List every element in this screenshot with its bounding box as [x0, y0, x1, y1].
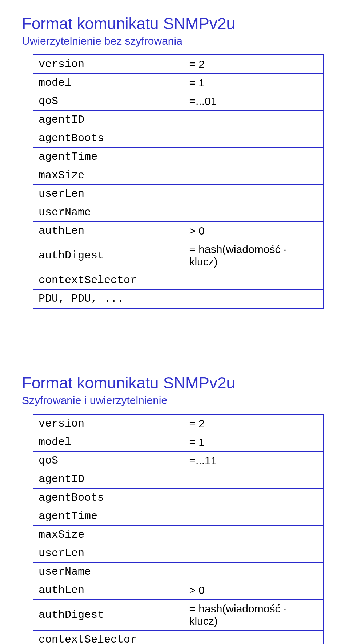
field-name: agentTime	[33, 507, 323, 526]
table-row: agentID	[33, 111, 323, 129]
field-name: agentBoots	[33, 489, 323, 507]
table-row: agentTime	[33, 148, 323, 166]
field-value: > 0	[184, 222, 323, 240]
field-name: qoS	[33, 92, 184, 111]
table-row: maxSize	[33, 526, 323, 544]
field-value: = 1	[184, 74, 323, 92]
slide-subtitle: Szyfrowanie i uwierzytelnienie	[22, 394, 327, 407]
field-name: PDU, PDU, ...	[33, 290, 323, 309]
field-value: = 1	[184, 433, 323, 452]
table-row: contextSelector	[33, 631, 323, 644]
field-name: maxSize	[33, 166, 323, 185]
field-value: = 2	[184, 414, 323, 433]
slide-2: Format komunikatu SNMPv2u Szyfrowanie i …	[22, 374, 327, 644]
slide-title: Format komunikatu SNMPv2u	[22, 374, 327, 392]
table-row: agentTime	[33, 507, 323, 526]
table-row: PDU, PDU, ...	[33, 290, 323, 309]
table-row: contextSelector	[33, 271, 323, 290]
field-name: agentID	[33, 111, 323, 129]
field-name: authLen	[33, 581, 184, 600]
field-value: = 2	[184, 55, 323, 74]
field-name: version	[33, 55, 184, 74]
table-row: maxSize	[33, 166, 323, 185]
field-name: authDigest	[33, 600, 184, 631]
field-name: userName	[33, 203, 323, 222]
field-value: =...11	[184, 452, 323, 470]
field-name: authDigest	[33, 240, 184, 271]
table-row: version= 2	[33, 55, 323, 74]
table-row: version= 2	[33, 414, 323, 433]
field-value: = hash(wiadomość · klucz)	[184, 240, 323, 271]
field-name: maxSize	[33, 526, 323, 544]
slide-subtitle: Uwierzytelnienie bez szyfrowania	[22, 35, 327, 47]
field-name: contextSelector	[33, 271, 323, 290]
field-name: userLen	[33, 544, 323, 563]
table-row: authLen> 0	[33, 581, 323, 600]
table-row: userLen	[33, 185, 323, 203]
table-row: agentBoots	[33, 129, 323, 148]
field-name: userLen	[33, 185, 323, 203]
pdu-table-2: version= 2 model= 1 qoS=...11 agentID ag…	[33, 414, 324, 644]
field-name: agentID	[33, 470, 323, 489]
field-name: version	[33, 414, 184, 433]
field-name: agentTime	[33, 148, 323, 166]
table-row: userName	[33, 203, 323, 222]
slide-title: Format komunikatu SNMPv2u	[22, 15, 327, 33]
table-row: qoS=...11	[33, 452, 323, 470]
table-row: authLen> 0	[33, 222, 323, 240]
table-row: userLen	[33, 544, 323, 563]
field-name: qoS	[33, 452, 184, 470]
field-name: agentBoots	[33, 129, 323, 148]
table-row: qoS=...01	[33, 92, 323, 111]
table-row: authDigest= hash(wiadomość · klucz)	[33, 240, 323, 271]
table-row: model= 1	[33, 433, 323, 452]
field-name: model	[33, 433, 184, 452]
field-value: > 0	[184, 581, 323, 600]
table-row: userName	[33, 563, 323, 581]
slide-1: Format komunikatu SNMPv2u Uwierzytelnien…	[22, 15, 327, 309]
field-name: contextSelector	[33, 631, 323, 644]
field-name: model	[33, 74, 184, 92]
table-row: agentBoots	[33, 489, 323, 507]
field-value: = hash(wiadomość · klucz)	[184, 600, 323, 631]
field-name: authLen	[33, 222, 184, 240]
field-value: =...01	[184, 92, 323, 111]
pdu-table-1: version= 2 model= 1 qoS=...01 agentID ag…	[33, 54, 324, 309]
field-name: userName	[33, 563, 323, 581]
table-row: model= 1	[33, 74, 323, 92]
table-row: agentID	[33, 470, 323, 489]
table-row: authDigest= hash(wiadomość · klucz)	[33, 600, 323, 631]
